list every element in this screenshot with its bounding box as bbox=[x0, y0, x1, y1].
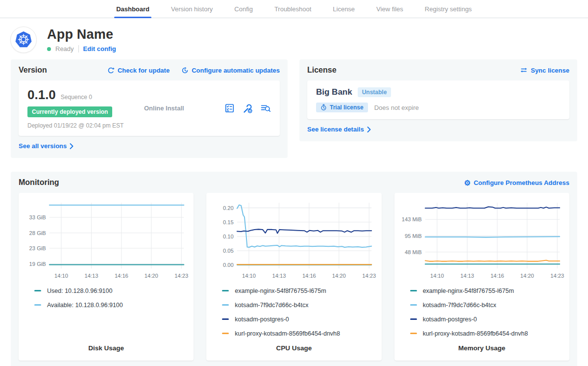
tab-view-files[interactable]: View files bbox=[374, 0, 405, 18]
stopwatch-icon bbox=[320, 104, 327, 111]
legend-label: Used: 10.128.0.96:9100 bbox=[47, 288, 112, 294]
status-text: Ready bbox=[55, 45, 74, 52]
svg-text:0.15: 0.15 bbox=[223, 219, 234, 225]
page-title: App Name bbox=[47, 27, 116, 42]
svg-text:0.10: 0.10 bbox=[223, 234, 234, 239]
sync-license-button[interactable]: Sync license bbox=[520, 67, 569, 74]
legend-swatch-icon bbox=[410, 304, 417, 306]
configure-automatic-updates-button[interactable]: Configure automatic updates bbox=[181, 67, 280, 74]
legend-label: example-nginx-54f8f76755-l675m bbox=[423, 288, 514, 294]
svg-text:14:13: 14:13 bbox=[460, 273, 474, 279]
legend-swatch-icon bbox=[222, 304, 229, 306]
legend-item: kurl-proxy-kotsadm-8569fb6454-dnvh8 bbox=[410, 330, 564, 337]
legend-item: kotsadm-postgres-0 bbox=[410, 316, 564, 323]
svg-text:14:20: 14:20 bbox=[145, 273, 158, 279]
divider bbox=[78, 45, 79, 52]
chevron-right-icon bbox=[367, 127, 371, 132]
gear-icon: ⚙ bbox=[464, 179, 470, 186]
svg-text:14:23: 14:23 bbox=[550, 273, 564, 279]
tab-config[interactable]: Config bbox=[232, 0, 255, 18]
disk-usage-chart: 14:1014:1314:1614:2014:2333 GiB28 GiB23 … bbox=[24, 199, 189, 283]
legend-item: kurl-proxy-kotsadm-8569fb6454-dnvh8 bbox=[222, 330, 376, 337]
app-header: App Name Ready Edit config bbox=[0, 18, 588, 59]
svg-text:14:20: 14:20 bbox=[520, 273, 534, 279]
legend-label: kurl-proxy-kotsadm-8569fb6454-dnvh8 bbox=[423, 330, 528, 337]
license-card: Big Bank Unstable Trial license Does not… bbox=[307, 80, 569, 119]
tab-dashboard[interactable]: Dashboard bbox=[114, 0, 151, 18]
top-nav: DashboardVersion historyConfigTroublesho… bbox=[0, 0, 588, 18]
see-all-versions-link[interactable]: See all versions bbox=[19, 142, 74, 150]
monitoring-charts: 14:1014:1314:1614:2014:2333 GiB28 GiB23 … bbox=[19, 193, 569, 361]
preflight-checks-icon[interactable] bbox=[224, 103, 235, 113]
version-sequence: Sequence 0 bbox=[61, 94, 92, 101]
legend-swatch-icon bbox=[410, 290, 417, 291]
legend-item: Available: 10.128.0.96:9100 bbox=[34, 302, 189, 309]
memory-usage-card: 14:1014:1314:1614:2014:23143 MiB95 MiB48… bbox=[394, 193, 569, 361]
svg-text:19 GiB: 19 GiB bbox=[29, 261, 46, 267]
tab-license[interactable]: License bbox=[331, 0, 357, 18]
tab-troubleshoot[interactable]: Troubleshoot bbox=[272, 0, 313, 18]
chart-title: Memory Usage bbox=[399, 344, 564, 353]
memory-usage-chart: 14:1014:1314:1614:2014:23143 MiB95 MiB48… bbox=[399, 199, 564, 283]
monitoring-title: Monitoring bbox=[19, 178, 59, 187]
legend-label: kotsadm-7f9dc7d66c-b4tcx bbox=[423, 302, 496, 309]
svg-text:14:13: 14:13 bbox=[272, 273, 286, 279]
legend-item: kotsadm-postgres-0 bbox=[222, 316, 376, 323]
config-wrench-icon[interactable] bbox=[242, 103, 253, 114]
svg-text:14:10: 14:10 bbox=[430, 273, 444, 279]
install-type: Online Install bbox=[144, 105, 224, 112]
tab-registry-settings[interactable]: Registry settings bbox=[423, 0, 474, 18]
app-logo bbox=[11, 27, 36, 52]
chart-legend: Used: 10.128.0.96:9100Available: 10.128.… bbox=[24, 288, 189, 316]
sync-arrows-icon bbox=[520, 67, 528, 74]
edit-config-link[interactable]: Edit config bbox=[83, 45, 116, 52]
legend-item: kotsadm-7f9dc7d66c-b4tcx bbox=[222, 302, 376, 309]
legend-item: Used: 10.128.0.96:9100 bbox=[34, 288, 189, 294]
configure-prometheus-button[interactable]: ⚙ Configure Prometheus Address bbox=[464, 179, 569, 186]
version-section: Version Check for update bbox=[11, 59, 288, 158]
license-section: License Sync license Big Bank Unstable bbox=[299, 59, 577, 141]
legend-swatch-icon bbox=[34, 304, 41, 306]
license-type-badge: Trial license bbox=[316, 103, 368, 112]
chart-legend: example-nginx-54f8f76755-l675mkotsadm-7f… bbox=[211, 288, 376, 344]
legend-label: Available: 10.128.0.96:9100 bbox=[47, 302, 123, 309]
legend-label: kotsadm-postgres-0 bbox=[423, 316, 477, 323]
license-expiry: Does not expire bbox=[374, 104, 419, 111]
legend-swatch-icon bbox=[410, 318, 417, 320]
status-dot-icon bbox=[47, 47, 51, 51]
customer-name: Big Bank bbox=[316, 87, 352, 97]
channel-badge: Unstable bbox=[358, 87, 392, 97]
legend-swatch-icon bbox=[222, 290, 229, 291]
svg-text:14:16: 14:16 bbox=[115, 273, 128, 279]
svg-text:14:16: 14:16 bbox=[302, 273, 316, 279]
refresh-icon bbox=[107, 67, 115, 74]
check-for-update-button[interactable]: Check for update bbox=[107, 67, 170, 74]
svg-text:143 MiB: 143 MiB bbox=[401, 216, 421, 222]
svg-text:14:16: 14:16 bbox=[490, 273, 504, 279]
monitoring-section: Monitoring ⚙ Configure Prometheus Addres… bbox=[11, 172, 577, 366]
svg-text:14:10: 14:10 bbox=[242, 273, 256, 279]
legend-swatch-icon bbox=[410, 333, 417, 334]
deployed-timestamp: Deployed 01/19/22 @ 02:04 pm EST bbox=[27, 122, 144, 129]
svg-text:0.05: 0.05 bbox=[223, 248, 234, 254]
view-logs-icon[interactable] bbox=[260, 103, 271, 113]
license-title: License bbox=[307, 66, 337, 75]
legend-item: example-nginx-54f8f76755-l675m bbox=[410, 288, 564, 294]
svg-text:33 GiB: 33 GiB bbox=[29, 214, 46, 220]
legend-item: kotsadm-7f9dc7d66c-b4tcx bbox=[410, 302, 564, 309]
tab-version-history[interactable]: Version history bbox=[169, 0, 215, 18]
version-title: Version bbox=[19, 66, 47, 75]
cpu-usage-chart: 14:1014:1314:1614:2014:230.200.150.100.0… bbox=[211, 199, 376, 283]
disk-usage-card: 14:1014:1314:1614:2014:2333 GiB28 GiB23 … bbox=[19, 193, 194, 361]
clock-refresh-icon bbox=[181, 67, 189, 74]
svg-text:28 GiB: 28 GiB bbox=[29, 230, 46, 236]
see-license-details-link[interactable]: See license details bbox=[307, 126, 371, 133]
chevron-right-icon bbox=[70, 143, 74, 149]
deployed-badge: Currently deployed version bbox=[27, 106, 112, 117]
svg-text:14:23: 14:23 bbox=[174, 273, 188, 279]
current-version-card: 0.1.0 Sequence 0 Currently deployed vers… bbox=[19, 80, 280, 136]
legend-swatch-icon bbox=[34, 290, 41, 291]
legend-label: kotsadm-7f9dc7d66c-b4tcx bbox=[235, 302, 308, 309]
legend-label: kurl-proxy-kotsadm-8569fb6454-dnvh8 bbox=[235, 330, 340, 337]
svg-text:14:13: 14:13 bbox=[84, 273, 98, 279]
